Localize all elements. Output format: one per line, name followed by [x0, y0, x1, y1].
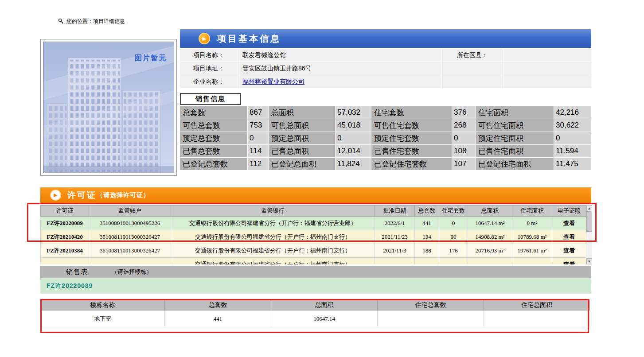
basic-info-header: ▶ 项目基本信息 [180, 29, 591, 48]
col-header: 住宅总面积 [484, 300, 590, 310]
sales-table-hint: （请选择楼栋） [112, 268, 152, 276]
view-license-link[interactable]: 查看 [563, 233, 575, 240]
sales-label: 已登记住宅面积 [476, 158, 554, 170]
view-license-link[interactable]: 查看 [563, 261, 575, 264]
sales-label: 已登记总套数 [180, 158, 247, 170]
permit-total-units-cell: 188 [415, 244, 439, 258]
permits-table: 许可证 监管账户 监管银行 批准日期 总套数 住宅套数 总面积 住宅面积 电子证… [40, 205, 586, 264]
sales-label: 已登记总面积 [269, 158, 335, 170]
permit-res-units-cell [439, 258, 468, 265]
breadcrumb-text: 您的位置：项目详细信息 [66, 18, 125, 25]
permit-total-units-cell [415, 258, 439, 265]
building-header-row: 楼栋名称 总套数 总面积 住宅总套数 住宅总面积 [41, 300, 590, 310]
tab-sales-info[interactable]: 销售信息 [180, 93, 241, 105]
sales-label: 已登记住宅套数 [371, 158, 452, 170]
permit-view-cell: 查看 [552, 230, 586, 244]
building-table: 楼栋名称 总套数 总面积 住宅总套数 住宅总面积 地下室 441 10647.1… [40, 299, 590, 327]
tab-sales-info-label: 销售信息 [195, 95, 226, 103]
sales-label: 可售住宅面积 [476, 119, 554, 132]
sales-value: 0 [554, 132, 591, 144]
col-header: 总面积 [271, 300, 378, 310]
permit-res-area-cell: 10789.68 m² [512, 230, 552, 244]
permit-row[interactable]: FZ许20210384 351008110013000326427 交通银行股份… [41, 244, 586, 258]
project-photo: 图片暂无 [43, 42, 174, 173]
sales-label: 预定住宅套数 [371, 132, 452, 144]
permit-view-cell: 查看 [552, 244, 586, 258]
building-res-units-cell [378, 310, 484, 327]
sales-label: 可售总套数 [180, 119, 247, 132]
sales-value: 753 [248, 119, 268, 132]
permit-date-cell [375, 258, 415, 265]
basic-info-title: 项目基本信息 [217, 33, 281, 45]
permit-res-area-cell: 0 m² [512, 217, 552, 230]
permit-total-area-cell [468, 258, 512, 265]
permit-res-area-cell: 19761.61 m² [512, 244, 552, 258]
empty-cell [442, 62, 503, 75]
permits-header: ▶ 许可证 （请选择许可证） [40, 187, 591, 203]
sales-label: 已售总套数 [180, 145, 247, 157]
breadcrumb: 您的位置：项目详细信息 [58, 18, 125, 25]
empty-cell [503, 62, 591, 75]
col-header: 总面积 [468, 206, 512, 217]
permit-total-units-cell: 441 [415, 217, 439, 230]
col-header: 监管账户 [89, 206, 171, 217]
permit-account-cell: 351008010013000495226 [89, 217, 171, 230]
page: 您的位置：项目详细信息 [0, 0, 644, 357]
sales-label: 可售总面积 [269, 119, 335, 132]
view-license-link[interactable]: 查看 [563, 247, 575, 254]
sales-value: 867 [248, 106, 268, 119]
sales-value: 11,824 [336, 158, 371, 170]
col-header: 电子证照 [552, 206, 586, 217]
sales-value: 107 [452, 158, 475, 170]
project-address-label: 项目地址： [180, 62, 238, 75]
building-name-cell: 地下室 [41, 310, 165, 327]
sales-value: 0 [452, 132, 475, 144]
district-label: 所在区县： [442, 49, 503, 62]
key-icon [58, 18, 64, 25]
sales-label: 住宅面积 [476, 106, 554, 119]
permits-hint: （请选择许可证） [97, 191, 150, 199]
sales-value: 0 [248, 132, 268, 144]
permit-row-partial[interactable]: 交通银行股份有限公司福建省分行（开户行：福州南门支行） 查看 [41, 258, 586, 265]
col-header: 批准日期 [375, 206, 415, 217]
permit-res-area-cell [512, 258, 552, 265]
permit-account-cell: 351008110013000326427 [89, 230, 171, 244]
scrollbar[interactable]: ▲ ▼ [586, 205, 592, 264]
col-header: 楼栋名称 [41, 300, 165, 310]
permit-total-area-cell: 20716.93 m² [468, 244, 512, 258]
play-icon: ▶ [50, 190, 61, 201]
sales-value: 114 [248, 145, 268, 157]
project-name-value: 联发君樾逸公馆 [238, 49, 441, 62]
sales-value: 108 [452, 145, 475, 157]
permit-row[interactable]: FZ许20210420 351008110013000326427 交通银行股份… [41, 230, 586, 244]
permit-id-cell: FZ许20210384 [41, 244, 89, 258]
scrollbar-thumb[interactable] [586, 211, 592, 232]
company-link[interactable]: 福州榕裕置业有限公司 [242, 78, 304, 86]
permits-header-row: 许可证 监管账户 监管银行 批准日期 总套数 住宅套数 总面积 住宅面积 电子证… [41, 206, 586, 217]
building-total-units-cell: 441 [165, 310, 271, 327]
col-header: 住宅总套数 [378, 300, 484, 310]
sales-info-grid: 总套数 867 总面积 57,032 住宅套数 376 住宅面积 42,216 … [180, 106, 591, 170]
sales-value: 112 [248, 158, 268, 170]
sales-label: 总面积 [269, 106, 335, 119]
permit-date-cell: 2021/11/23 [375, 230, 415, 244]
permit-bank-cell: 交通银行股份有限公司福建省分行（开户行：福州南门支行） [171, 258, 375, 265]
scroll-up-button[interactable]: ▲ [586, 205, 592, 211]
play-icon: ▶ [199, 33, 210, 44]
view-license-link[interactable]: 查看 [563, 220, 575, 226]
permit-bank-cell: 交通银行股份有限公司福建省分行（开户行：福州南门支行） [171, 244, 375, 258]
permit-total-area-cell: 10647.14 m² [468, 217, 512, 230]
sales-value: 30,622 [554, 119, 591, 132]
building-row[interactable]: 地下室 441 10647.14 [41, 310, 590, 327]
col-header: 住宅面积 [512, 206, 552, 217]
project-photo-frame: 图片暂无 [40, 39, 177, 176]
building-total-area-cell: 10647.14 [271, 310, 378, 327]
scroll-down-button[interactable]: ▼ [586, 258, 592, 264]
sales-table-bar: 销售表 （请选择楼栋） [40, 266, 591, 278]
col-header: 许可证 [41, 206, 89, 217]
permit-row[interactable]: FZ许20220089 351008010013000495226 交通银行股份… [41, 217, 586, 230]
sales-label: 预定住宅面积 [476, 132, 554, 144]
col-header: 总套数 [165, 300, 271, 310]
permits-table-wrap: 许可证 监管账户 监管银行 批准日期 总套数 住宅套数 总面积 住宅面积 电子证… [40, 205, 592, 264]
selected-permit-id: FZ许20220089 [47, 282, 93, 290]
